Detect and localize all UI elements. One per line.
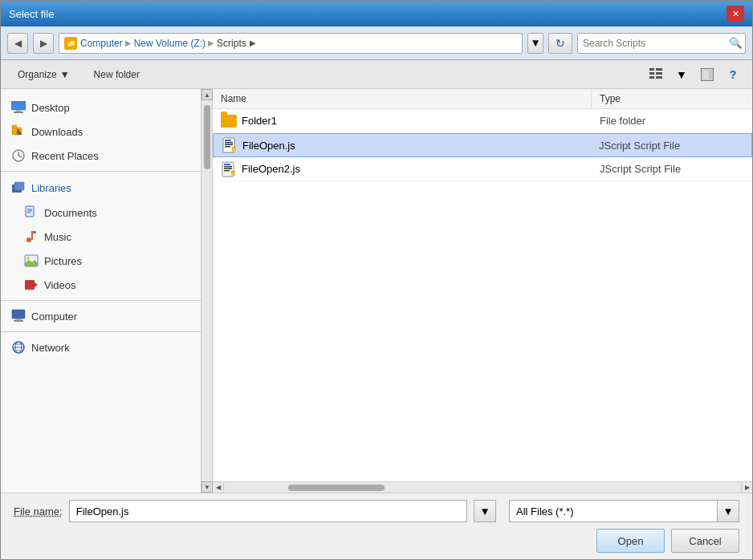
search-button[interactable]: 🔍 bbox=[726, 34, 745, 53]
address-dropdown-button[interactable]: ▼ bbox=[527, 33, 543, 54]
pictures-icon bbox=[23, 253, 39, 269]
sidebar-scrollbar: ▲ ▼ bbox=[201, 89, 213, 493]
dialog-window: Select file ✕ ◀ ▶ 📁 Computer ▶ New Volum… bbox=[0, 0, 753, 560]
script-icon-1: JS bbox=[222, 137, 238, 153]
svg-rect-13 bbox=[12, 125, 17, 128]
new-folder-button[interactable]: New folder bbox=[85, 65, 149, 84]
refresh-button[interactable]: ↻ bbox=[548, 33, 572, 54]
file-list: Name Type Folder1 File folder bbox=[213, 89, 752, 481]
svg-marker-31 bbox=[35, 282, 38, 287]
breadcrumb-sep-1: ▶ bbox=[125, 39, 132, 47]
address-bar: ◀ ▶ 📁 Computer ▶ New Volume (Z:) ▶ Scrip… bbox=[1, 26, 752, 60]
filename-dropdown-button[interactable]: ▼ bbox=[474, 500, 496, 522]
search-input[interactable] bbox=[578, 38, 726, 49]
breadcrumb-newvolume[interactable]: New Volume (Z:) bbox=[134, 38, 206, 49]
sidebar: Desktop Downloads bbox=[1, 89, 201, 493]
sidebar-libraries-group: Libraries Documents bbox=[1, 175, 201, 297]
dialog-title: Select file bbox=[9, 8, 54, 20]
hscroll-right[interactable]: ▶ bbox=[741, 482, 752, 493]
view-dropdown-button[interactable]: ▼ bbox=[670, 64, 693, 85]
svg-rect-5 bbox=[656, 76, 662, 79]
computer-icon bbox=[10, 308, 26, 324]
cancel-button[interactable]: Cancel bbox=[671, 529, 739, 553]
filetype-dropdown-wrapper: All Files (*.*) ▼ bbox=[509, 500, 739, 522]
file-row-folder1[interactable]: Folder1 File folder bbox=[213, 109, 752, 133]
svg-rect-15 bbox=[17, 129, 19, 135]
sidebar-item-network[interactable]: Network bbox=[1, 335, 201, 359]
filename-row: File name: ▼ All Files (*.*) ▼ bbox=[14, 500, 739, 522]
sidebar-item-music[interactable]: Music bbox=[1, 225, 201, 249]
svg-rect-34 bbox=[14, 320, 23, 322]
svg-rect-32 bbox=[12, 310, 25, 319]
svg-rect-50 bbox=[224, 168, 232, 169]
breadcrumb-folder-icon: 📁 bbox=[64, 37, 77, 50]
videos-icon bbox=[23, 277, 39, 293]
svg-rect-4 bbox=[649, 76, 654, 79]
svg-rect-1 bbox=[656, 68, 662, 71]
documents-icon bbox=[23, 205, 39, 221]
file-list-container: Name Type Folder1 File folder bbox=[213, 89, 752, 493]
file-type-folder1: File folder bbox=[592, 112, 752, 130]
sidebar-item-recent[interactable]: Recent Places bbox=[1, 144, 201, 168]
sidebar-item-desktop[interactable]: Desktop bbox=[1, 95, 201, 120]
sidebar-item-computer[interactable]: Computer bbox=[1, 304, 201, 328]
file-type-fileopen2: JScript Script File bbox=[592, 160, 752, 178]
forward-button[interactable]: ▶ bbox=[33, 33, 54, 54]
hscroll-left[interactable]: ◀ bbox=[213, 482, 224, 493]
svg-rect-51 bbox=[224, 170, 230, 172]
hscroll-thumb[interactable] bbox=[288, 485, 385, 491]
file-row-fileopen[interactable]: JS FileOpen.js JScript Script File bbox=[213, 133, 752, 157]
sidebar-item-documents[interactable]: Documents bbox=[1, 201, 201, 225]
svg-rect-8 bbox=[710, 70, 713, 79]
view-details-button[interactable] bbox=[645, 64, 667, 85]
organize-dropdown-icon: ▼ bbox=[60, 69, 70, 80]
desktop-label: Desktop bbox=[31, 102, 70, 114]
file-row-fileopen2[interactable]: JS FileOpen2.js JScript Script File bbox=[213, 157, 752, 181]
preview-button[interactable] bbox=[696, 64, 718, 85]
file-name-fileopen: JS FileOpen.js bbox=[214, 134, 591, 156]
col-header-name[interactable]: Name bbox=[213, 89, 592, 108]
breadcrumb-scripts[interactable]: Scripts bbox=[217, 38, 246, 49]
filetype-select[interactable]: All Files (*.*) bbox=[509, 500, 718, 522]
sidebar-item-downloads[interactable]: Downloads bbox=[1, 120, 201, 144]
file-name-fileopen2: JS FileOpen2.js bbox=[213, 158, 592, 181]
breadcrumb-sep-2: ▶ bbox=[208, 39, 214, 47]
open-button[interactable]: Open bbox=[596, 529, 665, 553]
svg-rect-3 bbox=[656, 72, 662, 75]
filename-input[interactable] bbox=[69, 500, 467, 522]
help-icon: ? bbox=[730, 68, 737, 81]
sidebar-item-pictures[interactable]: Pictures bbox=[1, 249, 201, 273]
script-icon-2: JS bbox=[221, 161, 237, 177]
breadcrumb-computer[interactable]: Computer bbox=[80, 38, 123, 49]
sidebar-item-videos[interactable]: Videos bbox=[1, 273, 201, 297]
svg-text:JS: JS bbox=[232, 148, 237, 152]
breadcrumb-expand-icon[interactable]: ▶ bbox=[250, 39, 256, 47]
svg-point-29 bbox=[26, 257, 30, 260]
recent-icon bbox=[10, 148, 26, 164]
filetype-dropdown-button[interactable]: ▼ bbox=[717, 500, 739, 522]
svg-rect-48 bbox=[224, 164, 230, 165]
network-icon bbox=[10, 339, 26, 355]
sidebar-divider-2 bbox=[1, 300, 201, 301]
sidebar-scroll-thumb[interactable] bbox=[204, 105, 210, 169]
pictures-label: Pictures bbox=[44, 255, 82, 267]
network-label: Network bbox=[31, 342, 70, 354]
action-row: Open Cancel bbox=[14, 529, 739, 553]
svg-rect-7 bbox=[702, 70, 709, 79]
close-button[interactable]: ✕ bbox=[727, 6, 744, 22]
search-box: 🔍 bbox=[577, 33, 746, 54]
folder-icon bbox=[221, 113, 237, 129]
organize-button[interactable]: Organize ▼ bbox=[9, 65, 79, 84]
filetype-selector: All Files (*.*) ▼ bbox=[509, 500, 739, 522]
sidebar-scroll-down[interactable]: ▼ bbox=[201, 481, 213, 493]
col-header-type[interactable]: Type bbox=[592, 89, 752, 108]
title-bar: Select file ✕ bbox=[1, 1, 752, 26]
help-button[interactable]: ? bbox=[722, 64, 744, 85]
file-name-folder1: Folder1 bbox=[213, 110, 592, 132]
back-button[interactable]: ◀ bbox=[7, 33, 28, 54]
sidebar-scroll-up[interactable]: ▲ bbox=[201, 89, 213, 100]
horizontal-scrollbar: ◀ ▶ bbox=[213, 481, 752, 493]
sidebar-libraries-title[interactable]: Libraries bbox=[1, 175, 201, 201]
sidebar-libraries-label: Libraries bbox=[31, 182, 71, 194]
svg-rect-2 bbox=[649, 72, 654, 75]
